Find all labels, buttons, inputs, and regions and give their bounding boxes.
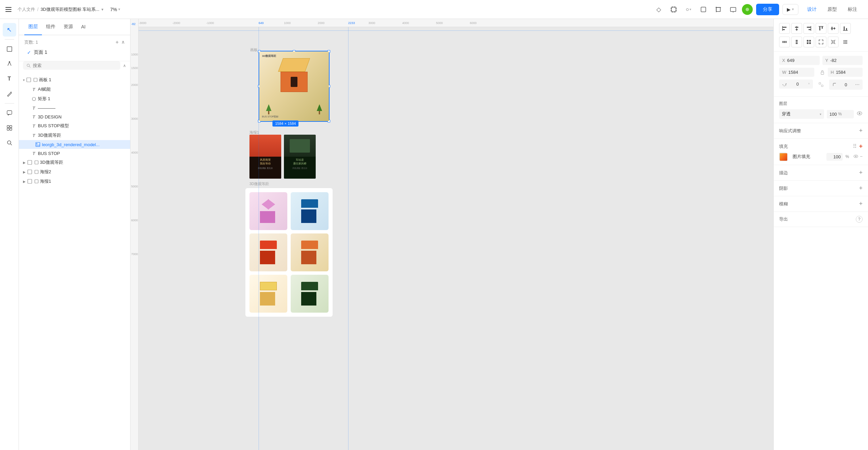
icon-tile-2[interactable] [291,192,329,230]
fill-delete-btn[interactable]: − [860,154,863,160]
layer-ai1[interactable]: T AI赋能 [19,85,130,94]
zoom-control[interactable]: 7% ▾ [107,5,123,14]
pen-vector-tool[interactable] [3,57,16,71]
align-collapse-btn[interactable] [828,37,839,47]
icon-tile-5[interactable] [249,275,287,313]
icon-tile-6[interactable] [291,275,329,313]
align-top-btn[interactable] [816,23,826,34]
breadcrumb-arrow[interactable]: ▾ [101,7,103,12]
layer-3dmicro1[interactable]: T 3D微观等距 [19,131,130,140]
board-label-text: 画板 [250,47,258,52]
pen-icon[interactable] [699,5,708,14]
shadow-section: 阴影 + [774,181,868,196]
cursor-tool[interactable]: ↖ [3,23,16,37]
y-input[interactable]: Y -82 [822,56,863,65]
more-align-button[interactable] [840,37,851,47]
align-expand-btn[interactable] [816,37,826,47]
fill-opacity-input[interactable]: 100 [826,153,843,161]
export-help-btn[interactable]: ? [856,216,863,223]
search-canvas-tool[interactable] [3,136,16,150]
layer-board1[interactable]: ▾ 画板 1 [19,75,130,85]
poster-right[interactable]: 车站是通往家的桥 四色调版 遇见你 [284,135,316,179]
layer-busstop-model[interactable]: T BUS STOP模型 [19,121,130,131]
x-input[interactable]: X 649 [779,56,820,65]
tab-components[interactable]: 组件 [42,19,59,35]
svg-rect-55 [846,28,847,30]
fill-add-btn[interactable]: + [859,143,863,150]
opacity-input[interactable]: 100 % [827,110,854,118]
icon-tile-3[interactable] [249,233,287,271]
corner-input[interactable]: 0 ··· [829,80,863,90]
share-button[interactable]: 分享 [756,4,779,15]
align-center-h-btn[interactable] [791,23,802,34]
align-tidy-btn[interactable] [803,37,814,47]
blend-mode-select[interactable]: 穿透 ▾ [779,109,824,119]
comment-tool[interactable] [3,106,16,120]
svg-rect-46 [809,29,811,30]
fill-swatch[interactable] [779,153,787,161]
layer-leorgb[interactable]: leorgb_3d_rendered_model... [19,140,130,149]
tab-layers[interactable]: 图层 [24,19,42,35]
svg-point-73 [846,42,847,43]
svg-point-15 [746,8,749,11]
page-name-1: 页面 1 [34,49,47,55]
svg-point-26 [27,64,29,66]
screen-icon[interactable] [728,5,738,14]
text-tool[interactable]: T [3,72,16,86]
layer-3dmicro2[interactable]: ▶ 3D微观等距 [19,158,130,167]
component-tool[interactable] [3,121,16,135]
layer-rect1[interactable]: 矩形 1 [19,94,130,104]
icon-tile-1[interactable] [249,192,287,230]
svg-point-30 [32,97,35,100]
search-input[interactable] [33,63,117,68]
icon-tile-4[interactable] [291,233,329,271]
fill-grid-icon[interactable]: ⠿ [853,143,857,150]
blur-add-btn[interactable]: + [859,200,863,207]
layer-poster2[interactable]: ▶ 海报2 [19,167,130,177]
tab-prototype[interactable]: 原型 [822,4,842,15]
align-left-btn[interactable] [779,23,790,34]
h-input[interactable]: H 1584 [828,68,863,77]
responsive-add-btn[interactable]: + [859,127,863,134]
shadow-add-btn[interactable]: + [859,185,863,192]
add-page-button[interactable]: + [116,39,119,45]
dist-v-btn[interactable] [791,37,802,47]
play-button[interactable]: ▶ ▾ [782,4,798,15]
visibility-button[interactable] [857,110,863,118]
align-bottom-btn[interactable] [840,23,851,34]
tab-assets[interactable]: 资源 [59,19,77,35]
layer-line1[interactable]: T ———— [19,104,130,112]
circle-tool-icon[interactable]: ○ ▾ [684,5,693,14]
page-item-1[interactable]: ✓ 页面 1 [24,48,125,57]
collapse-pages-button[interactable]: ∧ [121,39,125,45]
poster-left[interactable]: 风里雨里我在等你 四色调版 遇见你 [249,135,281,179]
svg-rect-19 [7,111,12,114]
tab-annotate[interactable]: 标注 [842,4,863,15]
crop-icon[interactable] [714,5,723,14]
frame-icon[interactable] [669,5,678,14]
frame-tool[interactable] [3,42,16,56]
lock-ratio-button[interactable] [820,70,825,75]
rotation-input[interactable]: 0 ° [779,80,813,89]
tab-design[interactable]: 设计 [802,4,822,15]
w-input[interactable]: W 1584 [779,68,814,77]
align-right-btn[interactable] [803,23,814,34]
layer-poster1[interactable]: ▶ 海报1 [19,177,130,186]
stroke-add-btn[interactable]: + [859,169,863,176]
canvas-area[interactable]: -3000 -2000 -1000 649 1000 2000 2233 300… [130,19,773,450]
breadcrumb-home[interactable]: 个人文件 [18,6,35,13]
diamond-icon[interactable]: ◇ [654,5,664,14]
svg-point-76 [846,43,847,44]
layer-3ddesign[interactable]: T 3D DESIGN [19,112,130,121]
fill-visibility-btn[interactable] [853,154,859,160]
dist-h-btn[interactable] [779,37,790,47]
tab-ai[interactable]: AI [77,19,90,35]
menu-button[interactable] [5,5,14,14]
pencil-draw-tool[interactable] [3,87,16,100]
search-collapse-button[interactable]: ∧ [123,63,126,68]
main-board-frame[interactable]: 3D微观等距 BUS STOP图标 [259,51,330,122]
search-box[interactable] [23,61,120,70]
align-middle-btn[interactable] [828,23,839,34]
layer-busstop[interactable]: T BUS STOP [19,149,130,158]
text-layer-icon: T [31,87,37,92]
